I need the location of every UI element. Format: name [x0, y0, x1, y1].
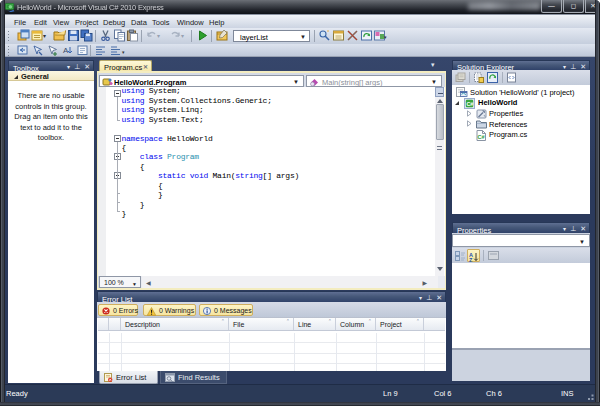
svg-text:C#: C#	[466, 100, 473, 106]
svg-text:A: A	[63, 46, 69, 55]
svg-text:C#: C#	[478, 134, 485, 140]
